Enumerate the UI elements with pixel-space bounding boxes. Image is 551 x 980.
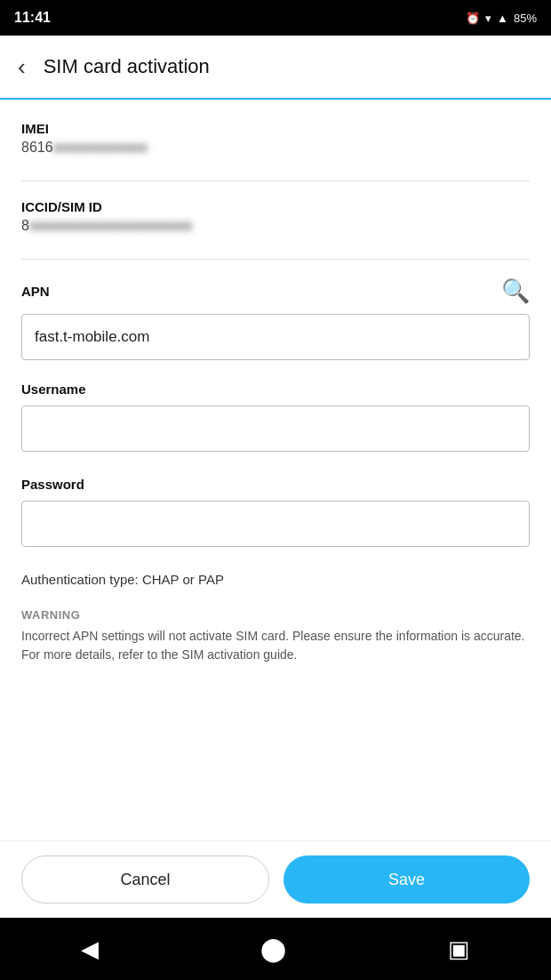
nav-home-button[interactable]: ⬤ [260,936,286,963]
nav-back-button[interactable]: ◀ [81,936,99,963]
page-title: SIM card activation [44,55,210,78]
status-icons: ⏰ ▾ ▲ 85% [466,12,537,25]
save-button[interactable]: Save [283,855,530,904]
imei-value: 8616●●●●●●●●●●● [21,140,530,156]
back-button[interactable]: ‹ [14,50,29,84]
cancel-button[interactable]: Cancel [21,855,269,904]
username-label: Username [21,382,530,397]
search-apn-button[interactable]: 🔍 [501,277,530,305]
iccid-section: ICCID/SIM ID 8●●●●●●●●●●●●●●●●●●● [21,199,530,234]
nav-bar: ◀ ⬤ ▣ [0,918,551,980]
username-input[interactable] [21,406,530,452]
status-time: 11:41 [14,10,51,26]
wifi-icon: ▾ [485,12,491,25]
iccid-value: 8●●●●●●●●●●●●●●●●●●● [21,218,530,234]
apn-section: APN 🔍 [21,277,530,360]
nav-recents-button[interactable]: ▣ [448,936,470,963]
status-bar: 11:41 ⏰ ▾ ▲ 85% [0,0,551,36]
button-row: Cancel Save [0,840,551,918]
warning-title: WARNING [21,608,530,622]
imei-divider [21,181,530,181]
apn-label: APN [21,284,50,299]
imei-section: IMEI 8616●●●●●●●●●●● [21,121,530,156]
password-input[interactable] [21,501,530,547]
password-label: Password [21,477,530,492]
imei-blurred: ●●●●●●●●●●● [53,140,148,156]
battery-icon: 85% [514,12,537,25]
auth-type-text: Authentication type: CHAP or PAP [21,572,530,587]
iccid-blurred: ●●●●●●●●●●●●●●●●●●● [29,218,193,234]
app-bar: ‹ SIM card activation [0,36,551,100]
warning-section: WARNING Incorrect APN settings will not … [21,608,530,664]
password-section: Password [21,477,530,547]
alarm-icon: ⏰ [466,12,480,25]
username-section: Username [21,382,530,452]
apn-header: APN 🔍 [21,277,530,305]
warning-body: Incorrect APN settings will not activate… [21,627,530,664]
main-content: IMEI 8616●●●●●●●●●●● ICCID/SIM ID 8●●●●●… [0,100,551,664]
apn-input[interactable] [21,314,530,360]
iccid-label: ICCID/SIM ID [21,199,530,214]
iccid-divider [21,259,530,260]
signal-icon: ▲ [497,12,508,25]
imei-label: IMEI [21,121,530,136]
